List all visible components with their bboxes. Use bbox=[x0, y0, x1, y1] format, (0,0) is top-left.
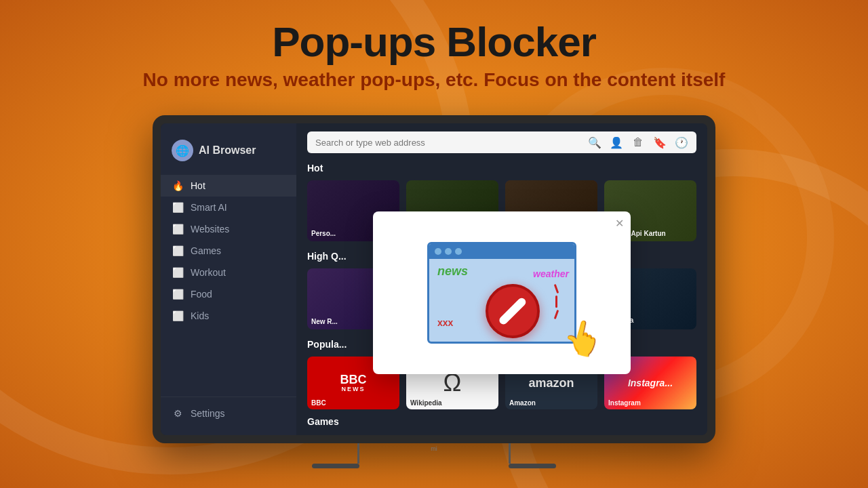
sidebar-label-workout: Workout bbox=[191, 267, 226, 278]
bbc-text: BBC bbox=[340, 373, 367, 386]
tv-brand-logo: mi bbox=[431, 445, 437, 452]
bbc-card[interactable]: BBC NEWS BBC bbox=[307, 357, 399, 409]
tv-bezel: 🌐 AI Browser 🔥 Hot ⬜ Smart AI ⬜ Websites… bbox=[153, 115, 715, 443]
tv-stand-top: mi bbox=[153, 443, 715, 464]
kids-icon: ⬜ bbox=[172, 310, 184, 321]
bbc-label: BBC bbox=[311, 399, 326, 407]
sidebar-label-food: Food bbox=[191, 289, 212, 300]
sidebar-label-settings: Settings bbox=[191, 408, 225, 419]
sidebar-item-websites[interactable]: ⬜ Websites bbox=[161, 218, 296, 240]
sidebar-item-food[interactable]: ⬜ Food bbox=[161, 283, 296, 305]
instagram-label: Instagram bbox=[608, 399, 641, 407]
sidebar-item-settings[interactable]: ⚙ Settings bbox=[161, 403, 296, 424]
games-section-label: Games bbox=[307, 416, 696, 427]
sidebar-item-hot[interactable]: 🔥 Hot bbox=[161, 175, 296, 197]
tv-screen: 🌐 AI Browser 🔥 Hot ⬜ Smart AI ⬜ Websites… bbox=[161, 123, 707, 435]
sidebar-label-games: Games bbox=[191, 245, 221, 256]
sidebar-item-smart-ai[interactable]: ⬜ Smart AI bbox=[161, 197, 296, 218]
sidebar-label-kids: Kids bbox=[191, 310, 209, 321]
wiki-symbol: Ω bbox=[443, 369, 462, 397]
toolbar-icons: 🔍 👤 🗑 🔖 🕐 bbox=[588, 136, 688, 149]
sidebar-settings-section: ⚙ Settings bbox=[161, 396, 296, 424]
tv-feet bbox=[153, 464, 715, 468]
food-icon: ⬜ bbox=[172, 289, 184, 300]
user-icon[interactable]: 👤 bbox=[610, 136, 623, 149]
sidebar: 🌐 AI Browser 🔥 Hot ⬜ Smart AI ⬜ Websites… bbox=[161, 123, 296, 435]
delete-icon[interactable]: 🗑 bbox=[631, 136, 645, 149]
smart-ai-icon: ⬜ bbox=[172, 202, 184, 213]
websites-icon: ⬜ bbox=[172, 224, 184, 235]
hot-grid: Perso... ...Par... Kereta Api Kartun bbox=[307, 180, 696, 241]
page-title: Pop-ups Blocker bbox=[0, 19, 868, 65]
sidebar-item-kids[interactable]: ⬜ Kids bbox=[161, 305, 296, 327]
wikipedia-label: Wikipedia bbox=[410, 399, 442, 407]
bookmark-icon[interactable]: 🔖 bbox=[653, 136, 667, 149]
tv-wrapper: 🌐 AI Browser 🔥 Hot ⬜ Smart AI ⬜ Websites… bbox=[153, 115, 715, 468]
high-quality-section-label: High Q... bbox=[307, 251, 696, 262]
page-header: Pop-ups Blocker No more news, weather po… bbox=[0, 0, 868, 93]
amazon-text: amazon bbox=[528, 376, 574, 390]
tv-foot-left bbox=[312, 464, 359, 468]
sidebar-label-smart-ai: Smart AI bbox=[191, 202, 227, 213]
kereta-label: Kereta Api Kartun bbox=[608, 230, 666, 237]
history-icon[interactable]: 🕐 bbox=[675, 136, 688, 149]
games-icon: ⬜ bbox=[172, 245, 184, 256]
wikipedia-card[interactable]: Ω Wikipedia bbox=[406, 357, 498, 409]
hot-section-label: Hot bbox=[307, 163, 696, 174]
amazon-card[interactable]: amazon Amazon bbox=[505, 357, 597, 409]
instagram-card[interactable]: Instagra... Instagram bbox=[604, 357, 696, 409]
tv-leg-left bbox=[357, 443, 359, 464]
hot-icon: 🔥 bbox=[172, 180, 184, 191]
workout-icon: ⬜ bbox=[172, 267, 184, 278]
table-row[interactable]: Kereta Api Kartun bbox=[604, 180, 696, 241]
search-bar: 🔍 👤 🗑 🔖 🕐 bbox=[307, 131, 696, 153]
high-quality-grid: New R... ...ay Writer Athena bbox=[307, 268, 696, 329]
table-row[interactable]: Perso... bbox=[307, 180, 399, 241]
tv-leg-right bbox=[509, 443, 511, 464]
table-row[interactable] bbox=[406, 268, 498, 329]
table-row[interactable]: ...Par... bbox=[505, 180, 597, 241]
bbc-news-text: NEWS bbox=[342, 386, 366, 392]
sidebar-logo-text: AI Browser bbox=[199, 144, 256, 157]
logo-icon: 🌐 bbox=[172, 140, 193, 161]
table-row[interactable]: ...ay Writer bbox=[505, 268, 597, 329]
tv-foot-right bbox=[509, 464, 556, 468]
main-content: 🔍 👤 🗑 🔖 🕐 Hot Perso... bbox=[296, 123, 707, 435]
popular-section-label: Popula... bbox=[307, 339, 696, 350]
sidebar-label-hot: Hot bbox=[191, 180, 205, 191]
search-input[interactable] bbox=[315, 138, 577, 148]
amazon-label: Amazon bbox=[509, 399, 536, 407]
sidebar-item-workout[interactable]: ⬜ Workout bbox=[161, 262, 296, 283]
sidebar-label-websites: Websites bbox=[191, 224, 229, 235]
sidebar-spacer bbox=[161, 327, 296, 396]
page-subtitle: No more news, weather pop-ups, etc. Focu… bbox=[0, 68, 868, 92]
settings-icon: ⚙ bbox=[172, 408, 184, 419]
table-row[interactable]: New R... bbox=[307, 268, 399, 329]
table-row[interactable]: Athena bbox=[604, 268, 696, 329]
athena-label: Athena bbox=[608, 313, 633, 325]
instagram-text: Instagra... bbox=[628, 378, 673, 388]
search-icon[interactable]: 🔍 bbox=[588, 136, 601, 149]
sidebar-item-games[interactable]: ⬜ Games bbox=[161, 240, 296, 262]
popular-grid: BBC NEWS BBC Ω Wikipedia amazon Amazon I… bbox=[307, 357, 696, 409]
sidebar-logo: 🌐 AI Browser bbox=[161, 134, 296, 175]
table-row[interactable] bbox=[406, 180, 498, 241]
